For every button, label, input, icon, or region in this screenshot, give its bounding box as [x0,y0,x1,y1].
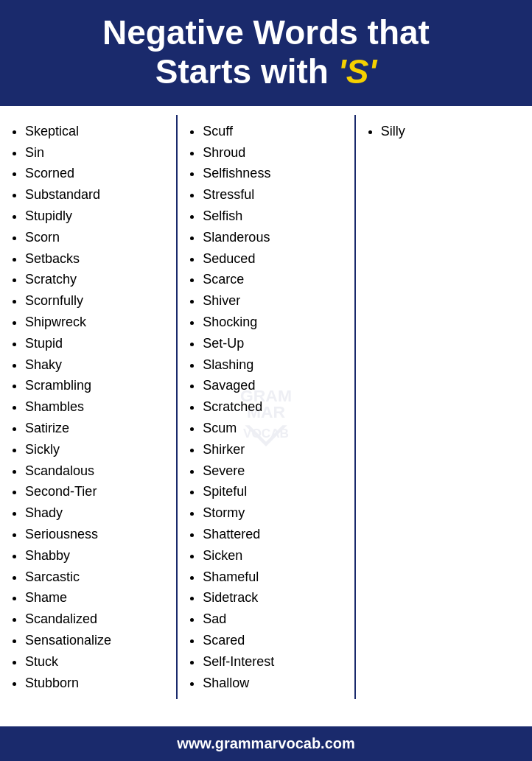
column-3: Silly [356,115,532,700]
list-item: Scratchy [25,269,167,290]
list-item: Scared [203,630,345,651]
list-item: Scarce [203,269,345,290]
list-item: Sidetrack [203,587,345,609]
list-item: Satirize [25,418,167,439]
list-item: Scrambling [25,375,167,396]
list-item: Sensationalize [25,630,167,651]
list-item: Shipwreck [25,312,167,333]
list-item: Selfishness [203,163,345,184]
list-item: Stuck [25,651,167,673]
list-item: Shame [25,587,167,609]
list-item: Slanderous [203,227,345,248]
list-item: Shroud [203,142,345,164]
list-item: Seduced [203,248,345,270]
list-item: Substandard [25,184,167,206]
list-item: Scuff [203,121,345,142]
list-item: Self-Interest [203,651,345,673]
list-item: Seriousness [25,524,167,545]
list-item: Scandalous [25,460,167,482]
list-item: Sin [25,142,167,164]
list-item: Severe [203,460,345,482]
list-item: Slashing [203,354,345,376]
list-item: Stupidly [25,206,167,227]
list-item: Skeptical [25,121,167,142]
page-title: Negative Words that Starts with 'S' [15,13,517,91]
list-item: Set-Up [203,333,345,354]
list-item: Stormy [203,502,345,524]
content-area: GRAM MAR VOCAB SkepticalSinScornedSubsta… [0,106,532,726]
column-1: SkepticalSinScornedSubstandardStupidlySc… [0,115,178,700]
list-item: Savaged [203,375,345,396]
list-item: Shambles [25,396,167,418]
list-item: Sicken [203,545,345,567]
list-item: Sickly [25,439,167,460]
list-item: Second-Tier [25,481,167,502]
list-item: Shattered [203,524,345,545]
page-header: Negative Words that Starts with 'S' [0,0,532,106]
list-item: Setbacks [25,248,167,270]
list-item: Stressful [203,184,345,206]
list-item: Scandalized [25,609,167,630]
list-item: Scratched [203,396,345,418]
list-item: Sad [203,609,345,630]
page-footer: www.grammarvocab.com [0,726,532,761]
list-item: Sarcastic [25,567,167,588]
list-item: Scornfully [25,290,167,312]
list-item: Stubborn [25,673,167,694]
list-item: Shallow [203,673,345,694]
list-item: Scorned [25,163,167,184]
word-list-1: SkepticalSinScornedSubstandardStupidlySc… [12,121,167,694]
list-item: Stupid [25,333,167,354]
list-item: Shirker [203,439,345,460]
footer-url: www.grammarvocab.com [177,735,355,751]
list-item: Shaky [25,354,167,376]
list-item: Silly [381,121,523,142]
word-columns: SkepticalSinScornedSubstandardStupidlySc… [0,115,532,700]
list-item: Shameful [203,567,345,588]
word-list-2: ScuffShroudSelfishnessStressfulSelfishSl… [189,121,345,694]
list-item: Spiteful [203,481,345,502]
list-item: Shady [25,502,167,524]
list-item: Selfish [203,206,345,227]
list-item: Shabby [25,545,167,567]
column-2: ScuffShroudSelfishnessStressfulSelfishSl… [178,115,355,700]
list-item: Shocking [203,312,345,333]
list-item: Shiver [203,290,345,312]
list-item: Scorn [25,227,167,248]
list-item: Scum [203,418,345,439]
word-list-3: Silly [368,121,523,142]
